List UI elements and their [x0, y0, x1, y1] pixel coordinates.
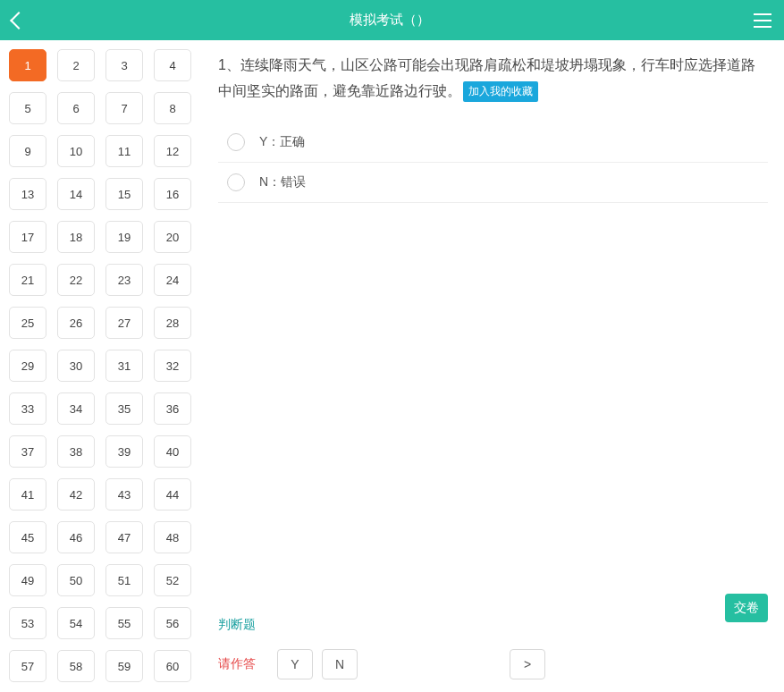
answer-button-y[interactable]: Y — [277, 649, 313, 679]
question-nav-item[interactable]: 19 — [105, 221, 143, 253]
question-nav-item[interactable]: 26 — [57, 307, 95, 339]
answer-option[interactable]: Y：正确 — [218, 122, 768, 163]
answer-hint: 请作答 — [218, 656, 256, 672]
question-nav-item[interactable]: 9 — [9, 135, 46, 167]
question-nav-item[interactable]: 31 — [105, 350, 143, 382]
question-nav-item[interactable]: 21 — [9, 264, 46, 296]
question-nav-item[interactable]: 10 — [57, 135, 95, 167]
question-nav-item[interactable]: 42 — [57, 478, 95, 511]
question-nav-item[interactable]: 2 — [57, 49, 95, 81]
question-nav-item[interactable]: 57 — [9, 650, 46, 682]
page-title: 模拟考试（） — [350, 12, 430, 29]
question-nav-item[interactable]: 33 — [9, 392, 46, 425]
app-header: 模拟考试（） — [0, 0, 784, 40]
menu-icon[interactable] — [754, 13, 771, 28]
question-nav-item[interactable]: 20 — [154, 221, 191, 253]
answer-option[interactable]: N：错误 — [218, 163, 768, 203]
question-nav-item[interactable]: 47 — [105, 521, 143, 553]
question-nav-item[interactable]: 16 — [154, 178, 191, 210]
question-nav-item[interactable]: 28 — [154, 307, 191, 339]
question-nav-item[interactable]: 41 — [9, 478, 46, 511]
question-nav-item[interactable]: 51 — [105, 564, 143, 596]
question-nav-item[interactable]: 45 — [9, 521, 46, 553]
question-nav-item[interactable]: 37 — [9, 435, 46, 468]
question-number: 1 — [218, 57, 226, 72]
question-nav-item[interactable]: 29 — [9, 350, 46, 382]
question-nav-item[interactable]: 1 — [9, 49, 46, 81]
question-nav-item[interactable]: 22 — [57, 264, 95, 296]
answer-footer: 请作答 Y N > — [218, 640, 768, 692]
question-nav-item[interactable]: 54 — [57, 607, 95, 639]
back-icon[interactable] — [10, 12, 28, 30]
next-question-button[interactable]: > — [510, 649, 545, 679]
question-nav-item[interactable]: 27 — [105, 307, 143, 339]
answer-button-n[interactable]: N — [322, 649, 358, 679]
question-nav-item[interactable]: 38 — [57, 435, 95, 468]
question-type-label: 判断题 — [218, 617, 768, 640]
question-nav-item[interactable]: 17 — [9, 221, 46, 253]
question-text: 1、连续降雨天气，山区公路可能会出现路肩疏松和堤坡坍塌现象，行车时应选择道路中间… — [218, 53, 768, 105]
question-nav-item[interactable]: 7 — [105, 92, 143, 124]
question-nav-item[interactable]: 56 — [154, 607, 191, 639]
radio-icon — [227, 173, 245, 191]
question-nav-item[interactable]: 18 — [57, 221, 95, 253]
question-nav-item[interactable]: 43 — [105, 478, 143, 511]
question-nav-item[interactable]: 24 — [154, 264, 191, 296]
question-nav-item[interactable]: 49 — [9, 564, 46, 596]
question-nav-item[interactable]: 50 — [57, 564, 95, 596]
question-nav-item[interactable]: 34 — [57, 392, 95, 425]
question-nav-item[interactable]: 55 — [105, 607, 143, 639]
question-nav-item[interactable]: 6 — [57, 92, 95, 124]
question-nav-item[interactable]: 36 — [154, 392, 191, 425]
question-nav-item[interactable]: 60 — [154, 650, 191, 682]
question-nav-item[interactable]: 32 — [154, 350, 191, 382]
radio-icon — [227, 133, 245, 151]
question-nav-item[interactable]: 12 — [154, 135, 191, 167]
question-nav-item[interactable]: 48 — [154, 521, 191, 553]
question-nav-item[interactable]: 23 — [105, 264, 143, 296]
question-nav-item[interactable]: 4 — [154, 49, 191, 81]
question-nav-item[interactable]: 8 — [154, 92, 191, 124]
submit-exam-button[interactable]: 交卷 — [725, 594, 768, 622]
answer-option-label: N：错误 — [259, 174, 306, 190]
question-nav-sidebar[interactable]: 1234567891011121314151617181920212223242… — [0, 40, 198, 692]
question-nav-item[interactable]: 59 — [105, 650, 143, 682]
add-favorite-button[interactable]: 加入我的收藏 — [463, 81, 538, 103]
question-nav-item[interactable]: 5 — [9, 92, 46, 124]
question-nav-item[interactable]: 40 — [154, 435, 191, 468]
question-panel: 1、连续降雨天气，山区公路可能会出现路肩疏松和堤坡坍塌现象，行车时应选择道路中间… — [198, 40, 784, 692]
question-nav-item[interactable]: 11 — [105, 135, 143, 167]
question-nav-item[interactable]: 3 — [105, 49, 143, 81]
question-nav-item[interactable]: 25 — [9, 307, 46, 339]
answer-option-label: Y：正确 — [259, 134, 305, 150]
question-nav-item[interactable]: 44 — [154, 478, 191, 511]
question-nav-item[interactable]: 13 — [9, 178, 46, 210]
question-nav-item[interactable]: 53 — [9, 607, 46, 639]
question-nav-item[interactable]: 58 — [57, 650, 95, 682]
question-nav-item[interactable]: 35 — [105, 392, 143, 425]
question-nav-item[interactable]: 52 — [154, 564, 191, 596]
question-nav-item[interactable]: 30 — [57, 350, 95, 382]
question-nav-item[interactable]: 14 — [57, 178, 95, 210]
question-nav-item[interactable]: 39 — [105, 435, 143, 468]
question-nav-item[interactable]: 15 — [105, 178, 143, 210]
answer-options: Y：正确N：错误 — [218, 122, 768, 203]
question-nav-item[interactable]: 46 — [57, 521, 95, 553]
